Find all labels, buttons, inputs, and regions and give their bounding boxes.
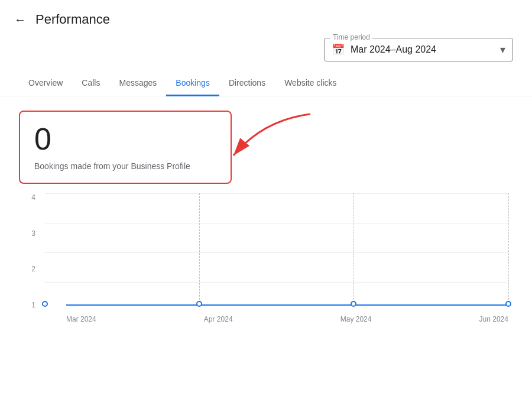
- main-content: 0 Bookings made from your Business Profi…: [0, 96, 532, 361]
- stats-label: Bookings made from your Business Profile: [34, 161, 216, 171]
- x-label-apr: Apr 2024: [204, 315, 233, 323]
- dot-mar: [42, 301, 48, 307]
- x-label-mar: Mar 2024: [66, 315, 96, 323]
- chart-container: 1 2 3 4: [24, 193, 508, 347]
- time-period-selector[interactable]: Time period 📅 Mar 2024–Aug 2024 ▾: [324, 38, 513, 61]
- x-labels: Mar 2024 Apr 2024 May 2024 Jun 2024: [66, 315, 508, 323]
- y-label-3: 3: [24, 229, 35, 238]
- back-button[interactable]: ←: [14, 13, 26, 27]
- y-label-2: 2: [24, 265, 35, 273]
- dashed-line-may: [353, 193, 354, 306]
- dot-may: [351, 301, 356, 307]
- page-title: Performance: [35, 12, 110, 27]
- x-axis-line: [66, 304, 508, 306]
- dot-jun: [505, 301, 511, 307]
- tab-bookings[interactable]: Bookings: [166, 71, 219, 96]
- header: ← Performance: [0, 0, 532, 33]
- y-axis-labels: 1 2 3 4: [24, 193, 35, 312]
- annotation-arrow: [216, 108, 334, 179]
- tab-overview[interactable]: Overview: [19, 71, 72, 96]
- tab-website-clicks[interactable]: Website clicks: [275, 71, 346, 96]
- tab-calls[interactable]: Calls: [72, 71, 109, 96]
- dashed-line-jun: [508, 193, 509, 306]
- calendar-icon: 📅: [332, 43, 345, 56]
- x-label-may: May 2024: [340, 315, 372, 323]
- chart-area: 1 2 3 4: [19, 193, 513, 347]
- grid-line-2: [45, 252, 508, 253]
- time-period-value: Mar 2024–Aug 2024: [351, 44, 489, 55]
- y-label-1: 1: [24, 301, 35, 309]
- grid-line-4: [45, 193, 508, 194]
- dropdown-arrow-icon: ▾: [500, 43, 505, 56]
- tab-directions[interactable]: Directions: [219, 71, 275, 96]
- stats-number: 0: [34, 124, 216, 154]
- grid-line-3: [45, 223, 508, 223]
- tabs-container: Overview Calls Messages Bookings Directi…: [0, 71, 532, 96]
- x-label-jun: Jun 2024: [479, 315, 508, 323]
- y-label-4: 4: [24, 193, 35, 202]
- time-period-area: Time period 📅 Mar 2024–Aug 2024 ▾: [0, 33, 532, 71]
- dot-apr: [196, 301, 202, 307]
- back-icon: ←: [14, 13, 26, 27]
- dashed-line-apr: [199, 193, 200, 306]
- grid-line-1: [45, 282, 508, 283]
- chart-plot: Mar 2024 Apr 2024 May 2024 Jun 2024: [45, 193, 508, 323]
- time-period-label: Time period: [330, 33, 372, 41]
- tab-messages[interactable]: Messages: [109, 71, 166, 96]
- stats-box: 0 Bookings made from your Business Profi…: [19, 111, 232, 184]
